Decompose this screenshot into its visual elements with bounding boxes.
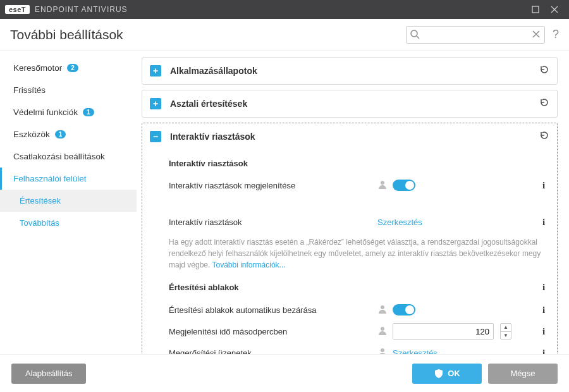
row-display-time: Megjelenítési idő másodpercben ▲ ▼ i xyxy=(169,321,549,342)
footer: Alapbeállítás OK Mégse xyxy=(0,354,569,392)
sidebar-item-update[interactable]: Frissítés xyxy=(0,79,137,101)
row-interactive-edit: Interaktív riasztások Szerkesztés i xyxy=(169,211,549,233)
window-close-button[interactable] xyxy=(545,0,564,19)
sidebar-item-label: Eszközök xyxy=(13,130,50,139)
ok-label: OK xyxy=(448,369,460,378)
revert-icon[interactable] xyxy=(539,64,549,77)
sidebar: Keresőmotor 2 Frissítés Védelmi funkciók… xyxy=(0,51,137,354)
stepper-up-icon[interactable]: ▲ xyxy=(501,324,511,332)
person-icon xyxy=(377,347,388,355)
sidebar-item-label: Védelmi funkciók xyxy=(13,107,78,117)
svg-point-5 xyxy=(381,348,384,352)
header-row: További beállítások ? xyxy=(0,19,569,51)
row-label: Értesítési ablakok automatikus bezárása xyxy=(169,305,377,315)
section-heading-text: Értesítési ablakok xyxy=(169,283,239,292)
panel-header[interactable]: − Interaktív riasztások xyxy=(142,123,557,150)
info-icon[interactable]: i xyxy=(538,326,549,337)
row-label: Interaktív riasztások megjelenítése xyxy=(169,181,377,190)
more-info-link[interactable]: További információk... xyxy=(212,260,286,269)
sidebar-item-engine[interactable]: Keresőmotor 2 xyxy=(0,57,137,79)
svg-rect-0 xyxy=(532,6,539,13)
display-time-input[interactable] xyxy=(393,323,494,340)
sidebar-badge: 1 xyxy=(55,130,66,138)
info-icon[interactable]: i xyxy=(538,282,549,293)
sidebar-item-label: Értesítések xyxy=(20,196,61,205)
sidebar-badge: 1 xyxy=(83,108,94,116)
row-label: Megjelenítési idő másodpercben xyxy=(169,327,377,336)
info-icon[interactable]: i xyxy=(538,305,549,315)
sidebar-item-ui[interactable]: Felhasználói felület xyxy=(0,168,137,190)
search-icon xyxy=(410,29,420,42)
page-title: További beállítások xyxy=(10,27,123,42)
ok-button[interactable]: OK xyxy=(412,364,482,384)
sidebar-item-tools[interactable]: Eszközök 1 xyxy=(0,123,137,145)
content-area: + Alkalmazásállapotok + Asztali értesíté… xyxy=(137,51,569,354)
revert-icon[interactable] xyxy=(539,130,549,143)
panel-interactive-alerts: − Interaktív riasztások Interaktív riasz… xyxy=(142,123,558,354)
sidebar-badge: 2 xyxy=(67,64,78,72)
person-icon xyxy=(377,304,388,316)
stepper-down-icon[interactable]: ▼ xyxy=(501,332,511,340)
info-icon[interactable]: i xyxy=(538,348,549,355)
help-button[interactable]: ? xyxy=(553,28,559,41)
sidebar-item-label: Frissítés xyxy=(13,85,46,95)
edit-link[interactable]: Szerkesztés xyxy=(377,217,422,227)
search-wrap xyxy=(406,26,545,44)
collapse-icon: − xyxy=(150,131,161,142)
row-auto-close: Értesítési ablakok automatikus bezárása … xyxy=(169,299,549,321)
app-name: ENDPOINT ANTIVIRUS xyxy=(35,5,127,14)
toggle-show-interactive[interactable] xyxy=(393,180,415,191)
sidebar-item-label: Felhasználói felület xyxy=(13,174,87,183)
expand-icon: + xyxy=(150,65,161,77)
svg-point-3 xyxy=(381,305,384,309)
row-show-interactive: Interaktív riasztások megjelenítése i xyxy=(169,175,549,196)
cancel-button[interactable]: Mégse xyxy=(488,364,558,384)
section-heading-notif-windows: Értesítési ablakok i xyxy=(169,282,549,293)
svg-point-2 xyxy=(381,181,384,185)
panel-title: Interaktív riasztások xyxy=(170,132,539,142)
sidebar-item-label: Keresőmotor xyxy=(13,63,62,73)
person-icon xyxy=(377,180,388,192)
person-icon xyxy=(377,326,388,338)
panel-desktop-notifications: + Asztali értesítések xyxy=(142,90,558,118)
svg-point-4 xyxy=(381,327,384,331)
clear-search-icon[interactable] xyxy=(531,29,541,42)
svg-point-1 xyxy=(411,30,417,37)
panel-title: Asztali értesítések xyxy=(170,99,539,109)
info-icon[interactable]: i xyxy=(538,180,549,191)
panel-header[interactable]: + Alkalmazásállapotok xyxy=(142,58,557,84)
panel-title: Alkalmazásállapotok xyxy=(170,66,539,76)
row-confirm-messages: Megerősítési üzenetek Szerkesztés i xyxy=(169,342,549,354)
section-heading-interactive: Interaktív riasztások xyxy=(169,159,549,168)
row-label: Megerősítési üzenetek xyxy=(169,348,377,355)
sidebar-item-label: Csatlakozási beállítások xyxy=(13,152,105,161)
info-icon[interactable]: i xyxy=(538,217,549,228)
panel-body: Interaktív riasztások Interaktív riasztá… xyxy=(142,150,557,354)
sidebar-subitem-notifications[interactable]: Értesítések xyxy=(0,190,137,212)
sidebar-item-connection[interactable]: Csatlakozási beállítások xyxy=(0,145,137,168)
toggle-auto-close[interactable] xyxy=(393,304,415,315)
search-input[interactable] xyxy=(406,26,545,44)
sidebar-item-protection[interactable]: Védelmi funkciók 1 xyxy=(0,101,137,123)
display-time-stepper[interactable]: ▲ ▼ xyxy=(500,323,511,340)
window-maximize-button[interactable] xyxy=(526,0,545,19)
interactive-description: Ha egy adott interaktív riasztás esetén … xyxy=(169,236,549,271)
panel-app-states: + Alkalmazásállapotok xyxy=(142,57,558,85)
expand-icon: + xyxy=(150,98,161,109)
sidebar-item-label: Továbbítás xyxy=(20,218,59,228)
defaults-button[interactable]: Alapbeállítás xyxy=(11,364,86,384)
logo-badge: eseT xyxy=(5,5,30,14)
panel-header[interactable]: + Asztali értesítések xyxy=(142,90,557,117)
row-label: Interaktív riasztások xyxy=(169,217,377,227)
shield-icon xyxy=(434,369,444,379)
sidebar-subitem-forwarding[interactable]: Továbbítás xyxy=(0,212,137,234)
edit-link[interactable]: Szerkesztés xyxy=(393,348,437,355)
revert-icon[interactable] xyxy=(539,97,549,110)
titlebar: eseT ENDPOINT ANTIVIRUS xyxy=(0,0,569,19)
